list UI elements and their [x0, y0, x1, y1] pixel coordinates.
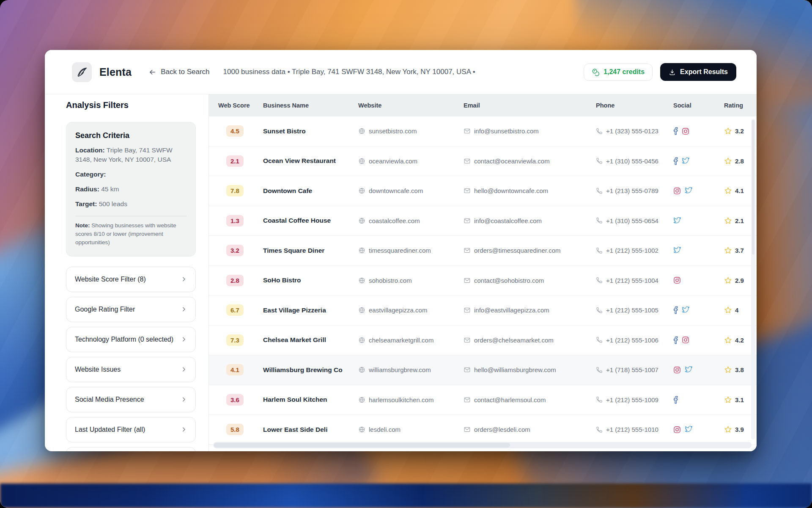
horizontal-scrollbar-thumb[interactable]: [214, 443, 510, 447]
instagram-icon[interactable]: [682, 127, 689, 135]
website-link[interactable]: downtowncafe.com: [369, 187, 423, 194]
website-cell[interactable]: eastvillagepizza.com: [358, 306, 464, 314]
filter-card-6[interactable]: Last Updated Filter (all): [66, 417, 196, 442]
website-link[interactable]: lesdeli.com: [369, 426, 401, 433]
email-cell[interactable]: contact@oceanviewla.com: [464, 157, 596, 165]
twitter-icon[interactable]: [682, 157, 690, 165]
instagram-icon[interactable]: [682, 336, 689, 344]
website-cell[interactable]: williamsburgbrew.com: [358, 366, 464, 373]
twitter-icon[interactable]: [685, 426, 693, 433]
horizontal-scrollbar-track[interactable]: [213, 442, 752, 448]
mail-icon: [464, 366, 471, 373]
back-link[interactable]: Back to Search: [148, 68, 209, 76]
filter-card-3[interactable]: Technology Platform (0 selected): [66, 327, 196, 352]
phone-cell[interactable]: +1 (212) 555-1010: [596, 426, 673, 433]
instagram-icon[interactable]: [673, 276, 681, 284]
website-cell[interactable]: timessquarediner.com: [358, 247, 464, 254]
email-cell[interactable]: contact@harlemsoul.com: [464, 396, 596, 403]
table-row[interactable]: 4.1 Williamsburg Brewing Co williamsburg…: [209, 355, 757, 385]
website-cell[interactable]: downtowncafe.com: [358, 187, 464, 194]
phone-cell[interactable]: +1 (310) 555-0654: [596, 217, 673, 224]
email-cell[interactable]: hello@downtowncafe.com: [464, 187, 596, 194]
table-row[interactable]: 7.8 Downtown Cafe downtowncafe.com hello…: [209, 176, 757, 206]
website-cell[interactable]: chelseamarketgrill.com: [358, 337, 464, 344]
twitter-icon[interactable]: [685, 366, 693, 373]
email-link[interactable]: orders@lesdeli.com: [474, 426, 530, 433]
website-cell[interactable]: oceanviewla.com: [358, 157, 464, 165]
facebook-icon[interactable]: [673, 157, 678, 165]
table-row[interactable]: 6.7 East Village Pizzeria eastvillagepiz…: [209, 295, 757, 326]
phone-cell[interactable]: +1 (718) 555-1007: [596, 366, 673, 373]
website-link[interactable]: coastalcoffee.com: [369, 217, 420, 224]
email-cell[interactable]: orders@chelseamarket.com: [464, 337, 596, 344]
website-cell[interactable]: lesdeli.com: [358, 426, 464, 433]
instagram-icon[interactable]: [673, 187, 681, 195]
phone-cell[interactable]: +1 (212) 555-1005: [596, 306, 673, 314]
facebook-icon[interactable]: [673, 396, 678, 404]
email-link[interactable]: orders@chelseamarket.com: [474, 337, 554, 344]
website-cell[interactable]: coastalcoffee.com: [358, 217, 464, 224]
website-link[interactable]: timessquarediner.com: [369, 247, 431, 254]
facebook-icon[interactable]: [673, 336, 678, 344]
website-link[interactable]: oceanviewla.com: [369, 157, 417, 165]
email-link[interactable]: hello@downtowncafe.com: [474, 187, 548, 194]
email-cell[interactable]: orders@lesdeli.com: [464, 426, 596, 433]
filter-card-4[interactable]: Website Issues: [66, 357, 196, 382]
filter-card-1[interactable]: Website Score Filter (8): [66, 267, 196, 292]
phone-cell[interactable]: +1 (323) 555-0123: [596, 127, 673, 135]
instagram-icon[interactable]: [673, 366, 681, 374]
phone-cell[interactable]: +1 (212) 555-1006: [596, 337, 673, 344]
vertical-scrollbar-thumb[interactable]: [752, 120, 754, 254]
facebook-icon[interactable]: [673, 127, 678, 135]
export-button[interactable]: Export Results: [660, 63, 736, 81]
website-cell[interactable]: harlemsoulkitchen.com: [358, 396, 464, 403]
phone-cell[interactable]: +1 (212) 555-1009: [596, 396, 673, 403]
twitter-icon[interactable]: [685, 187, 693, 194]
vertical-scrollbar-track[interactable]: [751, 119, 755, 439]
email-link[interactable]: info@sunsetbistro.com: [474, 127, 539, 135]
facebook-icon[interactable]: [673, 306, 678, 314]
filter-card-5[interactable]: Social Media Presence: [66, 387, 196, 412]
email-link[interactable]: hello@williamsburgbrew.com: [474, 366, 556, 373]
website-link[interactable]: eastvillagepizza.com: [369, 306, 427, 314]
email-cell[interactable]: info@coastalcoffee.com: [464, 217, 596, 224]
table-row[interactable]: 1.3 Coastal Coffee House coastalcoffee.c…: [209, 206, 757, 236]
website-link[interactable]: harlemsoulkitchen.com: [369, 396, 433, 403]
phone-number: +1 (212) 555-1010: [606, 426, 658, 433]
twitter-icon[interactable]: [673, 217, 681, 224]
email-cell[interactable]: info@eastvillagepizza.com: [464, 306, 596, 314]
instagram-icon[interactable]: [673, 426, 681, 433]
table-row[interactable]: 2.8 SoHo Bistro sohobistro.com contact@s…: [209, 266, 757, 296]
website-cell[interactable]: sunsetbistro.com: [358, 127, 464, 135]
website-cell[interactable]: sohobistro.com: [358, 277, 464, 284]
filter-card-partial[interactable]: [66, 447, 196, 451]
table-row[interactable]: 2.1 Ocean View Restaurant oceanviewla.co…: [209, 146, 757, 177]
table-row[interactable]: 5.8 Lower East Side Deli lesdeli.com ord…: [209, 415, 757, 445]
email-cell[interactable]: contact@sohobistro.com: [464, 277, 596, 284]
twitter-icon[interactable]: [673, 247, 681, 254]
table-row[interactable]: 4.5 Sunset Bistro sunsetbistro.com info@…: [209, 116, 757, 146]
website-link[interactable]: williamsburgbrew.com: [369, 366, 431, 373]
email-link[interactable]: contact@oceanviewla.com: [474, 157, 550, 165]
phone-cell[interactable]: +1 (310) 555-0456: [596, 157, 673, 165]
phone-cell[interactable]: +1 (212) 555-1002: [596, 247, 673, 254]
website-link[interactable]: sunsetbistro.com: [369, 127, 417, 135]
table-row[interactable]: 3.6 Harlem Soul Kitchen harlemsoulkitche…: [209, 385, 757, 415]
phone-cell[interactable]: +1 (213) 555-0789: [596, 187, 673, 194]
email-cell[interactable]: orders@timessquarediner.com: [464, 247, 596, 254]
website-link[interactable]: chelseamarketgrill.com: [369, 337, 433, 344]
email-cell[interactable]: hello@williamsburgbrew.com: [464, 366, 596, 373]
phone-cell[interactable]: +1 (212) 555-1004: [596, 277, 673, 284]
table-row[interactable]: 7.3 Chelsea Market Grill chelseamarketgr…: [209, 326, 757, 356]
email-link[interactable]: contact@sohobistro.com: [474, 277, 544, 284]
email-link[interactable]: info@eastvillagepizza.com: [474, 306, 549, 314]
email-cell[interactable]: info@sunsetbistro.com: [464, 127, 596, 135]
twitter-icon[interactable]: [682, 306, 690, 314]
credits-badge[interactable]: 1,247 credits: [584, 64, 653, 81]
email-link[interactable]: orders@timessquarediner.com: [474, 247, 560, 254]
email-link[interactable]: info@coastalcoffee.com: [474, 217, 542, 224]
filter-card-2[interactable]: Google Rating Filter: [66, 297, 196, 322]
table-row[interactable]: 3.2 Times Square Diner timessquarediner.…: [209, 236, 757, 266]
website-link[interactable]: sohobistro.com: [369, 277, 412, 284]
email-link[interactable]: contact@harlemsoul.com: [474, 396, 546, 403]
